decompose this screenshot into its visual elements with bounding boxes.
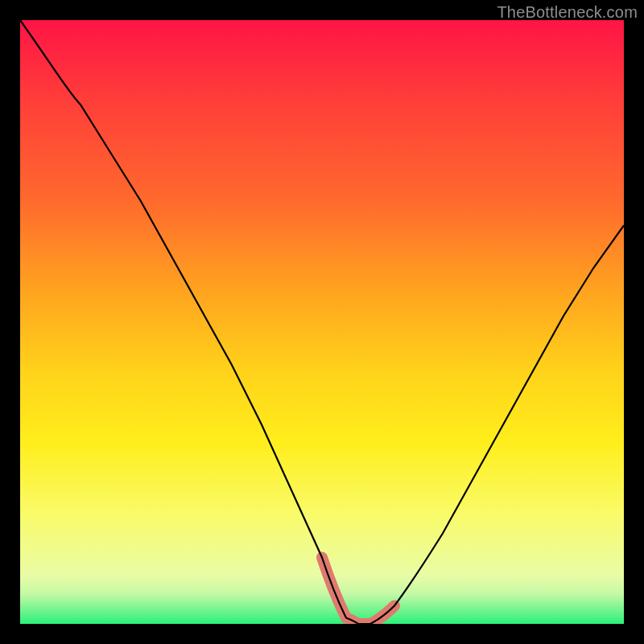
curve-svg <box>20 20 624 624</box>
watermark-text: TheBottleneck.com <box>497 3 638 22</box>
trough-highlight <box>322 558 394 625</box>
bottleneck-curve <box>20 20 624 624</box>
chart-frame: TheBottleneck.com <box>0 0 644 644</box>
plot-area <box>20 20 624 624</box>
